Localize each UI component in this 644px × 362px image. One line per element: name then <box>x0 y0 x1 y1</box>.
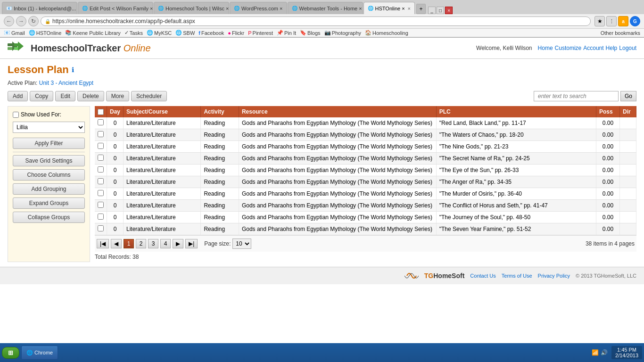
info-icon[interactable]: ℹ <box>72 66 74 74</box>
delete-button[interactable]: Delete <box>77 91 104 101</box>
student-select[interactable]: Lillia <box>13 122 85 133</box>
settings-icon[interactable]: ⋮ <box>606 16 617 26</box>
row-checkbox[interactable] <box>98 155 104 161</box>
col-dir[interactable]: Dir <box>620 106 636 117</box>
table-row[interactable]: 0 Literature/Literature Reading Gods and… <box>95 223 636 235</box>
logout-link[interactable]: Logout <box>619 45 636 51</box>
bookmark-tasks[interactable]: ✓ Tasks <box>124 30 143 36</box>
row-checkbox-cell[interactable] <box>95 141 107 153</box>
row-checkbox-cell[interactable] <box>95 129 107 141</box>
bookmark-hstonline[interactable]: 🌐 HSTOnline <box>29 30 62 36</box>
bookmark-pinterest[interactable]: P Pinterest <box>248 30 273 36</box>
next-page-btn[interactable]: ▶ <box>173 239 183 248</box>
row-checkbox-cell[interactable] <box>95 200 107 212</box>
more-button[interactable]: More <box>106 91 129 101</box>
row-checkbox[interactable] <box>98 214 104 220</box>
bookmark-flickr[interactable]: ● Flickr <box>228 30 244 36</box>
table-row[interactable]: 0 Literature/Literature Reading Gods and… <box>95 212 636 223</box>
page-size-select[interactable]: 5 10 20 50 <box>232 239 251 249</box>
col-activity[interactable]: Activity <box>201 106 239 117</box>
col-checkbox[interactable] <box>95 106 107 117</box>
row-checkbox-cell[interactable] <box>95 188 107 200</box>
bookmark-library[interactable]: 📚 Keene Public Library <box>65 30 121 36</box>
apply-filter-btn[interactable]: Apply Filter <box>13 138 85 149</box>
row-checkbox[interactable] <box>98 131 104 137</box>
back-btn[interactable]: ← <box>4 16 14 26</box>
forward-btn[interactable]: → <box>16 16 26 26</box>
row-checkbox-cell[interactable] <box>95 176 107 188</box>
tab-gmail[interactable]: 📧 Inbox (1) - kelcopeland@... <box>2 2 77 14</box>
row-checkbox[interactable] <box>98 225 104 231</box>
table-row[interactable]: 0 Literature/Literature Reading Gods and… <box>95 129 636 141</box>
row-checkbox[interactable] <box>98 202 104 208</box>
row-checkbox[interactable] <box>98 119 104 125</box>
col-plc[interactable]: PLC <box>436 106 596 117</box>
bookmark-homeschooling[interactable]: 🏠 Homeschooling <box>365 30 408 36</box>
page-2-btn[interactable]: 2 <box>136 239 146 248</box>
first-page-btn[interactable]: |◀ <box>97 239 109 248</box>
search-go-button[interactable]: Go <box>620 91 636 101</box>
col-poss[interactable]: Poss <box>596 106 620 117</box>
tab-editpost[interactable]: 🌐 Edit Post < Wilson Family × <box>78 2 153 14</box>
bookmark-blogs[interactable]: 🔖 Blogs <box>300 30 321 36</box>
customize-link[interactable]: Customize <box>555 45 582 51</box>
page-3-btn[interactable]: 3 <box>148 239 158 248</box>
help-link[interactable]: Help <box>606 45 618 51</box>
active-plan-link[interactable]: Unit 3 - Ancient Egypt <box>39 80 93 86</box>
row-checkbox[interactable] <box>98 190 104 196</box>
maximize-btn[interactable]: □ <box>437 7 444 14</box>
minimize-btn[interactable]: _ <box>428 7 436 14</box>
bookmark-sbw[interactable]: 🌐 SBW <box>175 30 195 36</box>
row-checkbox[interactable] <box>98 143 104 149</box>
table-row[interactable]: 0 Literature/Literature Reading Gods and… <box>95 153 636 165</box>
search-input[interactable] <box>534 91 619 101</box>
table-row[interactable]: 0 Literature/Literature Reading Gods and… <box>95 141 636 153</box>
col-subject[interactable]: Subject/Course <box>124 106 201 117</box>
bookmark-pinit[interactable]: 📌 Pin It <box>277 30 296 36</box>
address-bar[interactable]: 🔒 https://online.homeschooltracker.com/a… <box>41 16 591 26</box>
reload-btn[interactable]: ↻ <box>28 16 39 26</box>
last-page-btn[interactable]: ▶| <box>185 239 198 248</box>
prev-page-btn[interactable]: ◀ <box>111 239 122 248</box>
close-btn[interactable]: × <box>445 7 453 14</box>
table-row[interactable]: 0 Literature/Literature Reading Gods and… <box>95 176 636 188</box>
edit-button[interactable]: Edit <box>55 91 75 101</box>
row-checkbox-cell[interactable] <box>95 212 107 223</box>
tab-webmaster[interactable]: 🌐 Webmaster Tools - Home × <box>288 2 363 14</box>
show-used-checkbox[interactable] <box>13 112 19 118</box>
bookmark-photography[interactable]: 📷 Photography <box>324 30 361 36</box>
terms-link[interactable]: Terms of Use <box>502 273 532 279</box>
tab-close-icon[interactable]: × <box>408 6 411 11</box>
table-row[interactable]: 0 Literature/Literature Reading Gods and… <box>95 165 636 176</box>
save-grid-btn[interactable]: Save Grid Settings <box>13 155 85 166</box>
col-day[interactable]: Day <box>107 106 124 117</box>
select-all-checkbox[interactable] <box>98 109 104 115</box>
page-4-btn[interactable]: 4 <box>160 239 171 248</box>
collapse-groups-btn[interactable]: Collapse Groups <box>13 212 85 223</box>
row-checkbox-cell[interactable] <box>95 165 107 176</box>
add-button[interactable]: Add <box>8 91 28 101</box>
account-link[interactable]: Account <box>583 45 603 51</box>
add-grouping-btn[interactable]: Add Grouping <box>13 183 85 195</box>
col-resource[interactable]: Resource <box>239 106 436 117</box>
star-icon[interactable]: ★ <box>594 16 605 26</box>
google-icon[interactable]: G <box>630 16 640 26</box>
bookmark-myksc[interactable]: 🌐 MyKSC <box>147 30 172 36</box>
table-row[interactable]: 0 Literature/Literature Reading Gods and… <box>95 117 636 129</box>
scheduler-button[interactable]: Scheduler <box>131 91 167 101</box>
table-row[interactable]: 0 Literature/Literature Reading Gods and… <box>95 200 636 212</box>
other-bookmarks[interactable]: Other bookmarks <box>601 30 640 36</box>
row-checkbox-cell[interactable] <box>95 223 107 235</box>
amazon-icon[interactable]: a <box>618 16 628 26</box>
tab-hstonline[interactable]: 🌐 HSTOnline × × <box>363 2 415 14</box>
row-checkbox-cell[interactable] <box>95 117 107 129</box>
new-tab-btn[interactable]: + <box>416 4 426 14</box>
home-link[interactable]: Home <box>538 45 553 51</box>
copy-button[interactable]: Copy <box>30 91 53 101</box>
tab-wordpress[interactable]: 🌐 WordPress.com × <box>230 2 287 14</box>
choose-columns-btn[interactable]: Choose Columns <box>13 169 85 181</box>
row-checkbox[interactable] <box>98 166 104 173</box>
contact-us-link[interactable]: Contact Us <box>470 273 495 279</box>
page-1-btn[interactable]: 1 <box>124 239 134 248</box>
bookmark-gmail[interactable]: 📧 Gmail <box>4 30 25 36</box>
